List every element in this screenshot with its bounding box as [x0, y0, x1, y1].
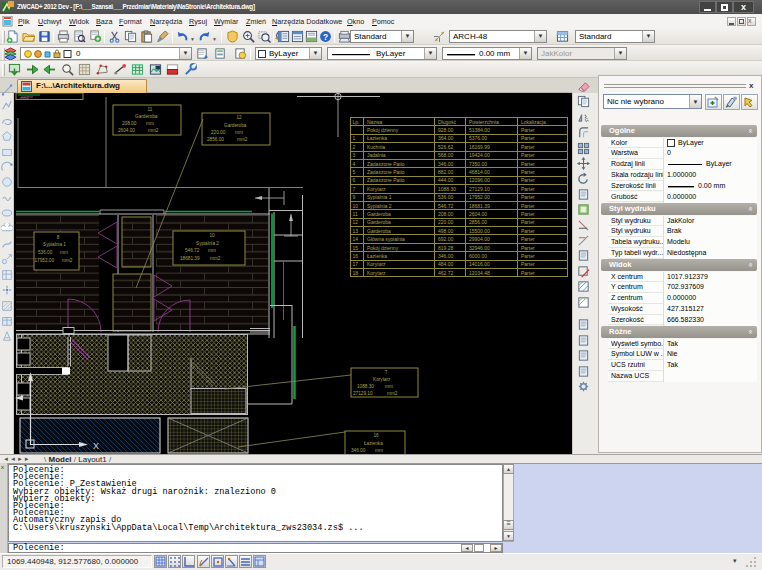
svg-text:mm: mm	[235, 130, 243, 135]
svg-text:17952.00: 17952.00	[35, 258, 55, 263]
svg-text:X: X	[93, 441, 99, 451]
svg-text:208.00: 208.00	[122, 121, 137, 126]
svg-text:536.00: 536.00	[38, 250, 53, 255]
svg-text:8: 8	[57, 235, 60, 240]
svg-text:mm2: mm2	[387, 391, 398, 396]
svg-text:12: 12	[236, 115, 242, 120]
svg-text:mm: mm	[60, 250, 68, 255]
svg-text:mm2: mm2	[62, 258, 73, 263]
svg-text:220.00: 220.00	[211, 130, 226, 135]
svg-text:16: 16	[373, 433, 379, 438]
svg-text:10: 10	[209, 233, 215, 238]
svg-text:546.72: 546.72	[185, 248, 200, 253]
svg-text:Garderoba: Garderoba	[135, 114, 158, 119]
svg-text:7: 7	[385, 370, 388, 375]
svg-text:mm2: mm2	[210, 256, 221, 261]
svg-text:mm: mm	[208, 248, 216, 253]
svg-text:Sypialnia 2: Sypialnia 2	[196, 241, 219, 246]
svg-text:?: ?	[323, 32, 328, 42]
svg-text:1088.30: 1088.30	[357, 384, 374, 389]
svg-text:Łazienka: Łazienka	[364, 441, 383, 446]
svg-text:mm: mm	[146, 121, 154, 126]
svg-text:18681.39: 18681.39	[180, 256, 200, 261]
svg-text:2604.00: 2604.00	[118, 128, 135, 133]
svg-text:mm2: mm2	[237, 137, 248, 142]
svg-text:mm2: mm2	[148, 128, 159, 133]
svg-text:mm: mm	[375, 448, 383, 453]
svg-text:27129.10: 27129.10	[353, 391, 373, 396]
svg-text:Korytarz: Korytarz	[373, 377, 391, 382]
svg-text:mm: mm	[385, 384, 393, 389]
svg-text:2856.00: 2856.00	[207, 137, 224, 142]
svg-text:346.00: 346.00	[351, 448, 366, 453]
svg-text:Garderoba: Garderoba	[224, 123, 247, 128]
svg-text:11: 11	[148, 107, 153, 112]
svg-text:Sypialnia 1: Sypialnia 1	[43, 242, 66, 247]
